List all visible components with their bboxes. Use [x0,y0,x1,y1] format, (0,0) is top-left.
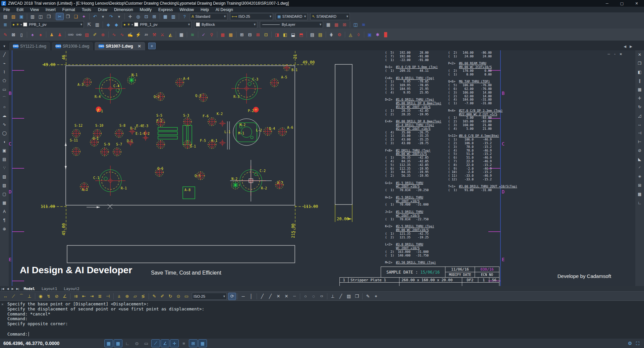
zoom-previous-icon[interactable]: ⊞ [151,13,158,20]
locate-icon[interactable]: ⌖ [372,293,380,300]
osnap-toggle[interactable]: ⟋ [152,340,160,347]
layout-nav-0[interactable]: |◀ [0,287,5,290]
maximize-button[interactable]: ▢ [614,0,629,7]
insert-block-icon[interactable]: ▣ [1,147,8,154]
open-icon[interactable]: ▨ [10,13,17,20]
menu-dimension[interactable]: Dimension [111,7,137,12]
menu-draw[interactable]: Draw [95,7,111,12]
help-icon[interactable]: ? [181,13,188,20]
mdi-minimize-button[interactable]: ─ [606,52,612,56]
layers2-icon[interactable]: ≋ [360,21,367,28]
table-icon[interactable]: ▦ [1,199,8,207]
dash-icon[interactable]: ┄ [291,293,298,300]
ai-tool-11[interactable]: ✐ [91,31,99,38]
ai-tool-20[interactable]: ◭ [167,31,174,38]
ai-tool-15[interactable]: ✍ [126,31,134,38]
dim-reassoc-icon[interactable]: ⊙ [175,293,182,300]
gradient-icon[interactable]: ▧ [1,182,8,189]
circle-icon[interactable]: ○ [1,103,8,111]
ai-tool-43[interactable]: ▉ [382,31,389,38]
properties-icon[interactable]: ◫ [352,21,359,28]
dim-diameter-icon[interactable]: ⊘ [53,293,60,300]
dyn-input-toggle[interactable]: ✛ [170,340,178,347]
make-block-icon[interactable]: ▤ [1,156,8,163]
revcloud-icon[interactable]: ☁ [1,112,8,119]
circle3-icon[interactable]: ◌ [310,293,317,300]
line-icon[interactable]: ╱ [1,51,8,58]
dim-update-icon[interactable]: ↻ [167,293,174,300]
undo-icon[interactable]: ↶ [91,13,99,20]
tab-list-dropdown[interactable]: ▼ [0,42,9,50]
layout-tab-model[interactable]: Model [20,287,38,291]
edit-line-icon[interactable]: ╱ [259,293,266,300]
ai-tool-33[interactable]: ⬓ [289,31,297,38]
ai-tool-21[interactable]: ▦ [178,31,185,38]
dim-jogline-icon[interactable]: ≶ [140,293,147,300]
menu-express[interactable]: Express [155,7,176,12]
arc-icon[interactable]: ⌒ [1,95,8,102]
ai-tool-37[interactable]: ⋕ [328,31,335,38]
settings-gear-icon[interactable]: ⚙ [628,341,632,346]
ai-tool-1[interactable]: ✎ [2,31,9,38]
ai-tool-39[interactable]: ◬ [347,31,354,38]
zoom-realtime-icon[interactable]: ◎ [135,13,142,20]
ai-tool-35[interactable]: ▤ [309,31,316,38]
mdi-restore-button[interactable]: ▫ [612,52,618,56]
plotstyle-icon[interactable]: ⊠ [341,21,348,28]
draworder-back-icon[interactable]: │ [248,293,255,300]
command-window[interactable]: ✕ Specify the base point or [Displacemen… [0,300,644,339]
rotate-icon[interactable]: ↻ [636,103,643,111]
linetype-combo[interactable]: ByLayer▼ [260,21,323,28]
dim-textedit-icon[interactable]: ✐ [159,293,166,300]
dim-center-icon[interactable]: ⊕ [123,293,131,300]
layer-combo[interactable]: ● ☀ ▪ PPB_1_pv▼ [11,21,84,28]
dim-edit-icon[interactable]: ✎ [151,293,158,300]
sheetset-icon[interactable]: ▥ [170,13,177,20]
mtext-icon[interactable]: ¶ [1,217,8,224]
dyn-toggle[interactable]: ▭ [142,340,150,347]
ai-tool-4[interactable]: ♠ [29,31,36,38]
array-icon[interactable]: ▦ [636,86,643,93]
dim-arc-icon[interactable]: ⌒ [18,293,25,300]
dim-tolerance-icon[interactable]: ± [115,293,123,300]
region-icon[interactable]: ▢ [1,190,8,198]
circle2-icon[interactable]: ○ [302,293,309,300]
doc-tab-sr1008-1-dwg[interactable]: DWGSR1008-1.dwg [51,42,94,50]
save-icon[interactable]: ▣ [18,13,25,20]
text-style-combo[interactable]: A Standard▼ [190,13,227,20]
layout-nav-1[interactable]: ◀ [5,287,10,290]
dim-baseline-icon[interactable]: ⇤ [80,293,88,300]
layer-combo-2[interactable]: ● ☀ ▪ PPB_1_pv▼ [122,21,192,28]
dyn-ucs-toggle[interactable]: ⊞ [189,340,197,347]
polyline-icon[interactable]: ⌇ [1,68,8,76]
pan-icon[interactable]: ✛ [126,13,134,20]
trim-icon[interactable]: ⊣ [636,129,643,137]
layer-properties-icon[interactable]: ≣ [2,21,9,28]
dim-jogged-icon[interactable]: ↯ [45,293,52,300]
menu-insert[interactable]: Insert [42,7,59,12]
addsel-icon[interactable]: ⊕ [1,225,8,233]
offset-icon[interactable]: ∥ [636,77,643,84]
ci-icon[interactable]: CI [318,293,325,300]
dim-style-icon[interactable]: ▭ [183,293,190,300]
ai-tool-29[interactable]: ⊠ [254,31,262,38]
ai-tool-5[interactable]: ♠ [37,31,44,38]
spline-icon[interactable]: ∿ [1,121,8,128]
zoom-window-icon[interactable]: ⊡ [143,13,150,20]
point-icon[interactable]: ∵ [1,164,8,172]
dim-break-icon[interactable]: ⊣ [104,293,112,300]
ai-tool-31[interactable]: ◨ [273,31,281,38]
slant-icon[interactable]: ╱ [337,293,344,300]
ai-tool-22[interactable]: ≋ [189,31,196,38]
layer-previous-icon[interactable]: ⇱ [86,21,93,28]
ai-tool-2[interactable]: ⊠ [10,31,17,38]
ai-tool-6[interactable]: ♟ [48,31,55,38]
ai-tool-13[interactable]: ∿ [110,31,118,38]
grid-toggle[interactable]: ▦ [105,340,113,347]
erase2-icon[interactable]: ✕ [275,293,282,300]
extend-icon[interactable]: ⊢ [636,138,643,146]
erase-icon[interactable]: ✕ [636,51,643,58]
tab-scroll-left[interactable]: ◀ [622,44,628,49]
redo-arrow[interactable]: ▾ [115,13,123,20]
redo-icon[interactable]: ↷ [107,13,115,20]
